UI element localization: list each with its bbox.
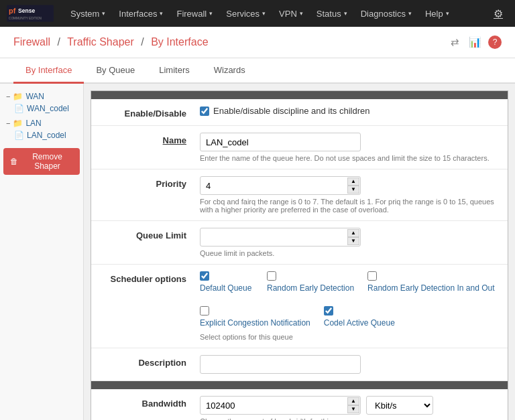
tree-item-wan-codel[interactable]: 📄 WAN_codel	[3, 102, 80, 115]
nav-system[interactable]: System ▾	[64, 0, 112, 27]
help-icon[interactable]: ?	[488, 36, 502, 49]
bandwidth-label: Bandwidth	[99, 396, 186, 409]
name-label: Name	[99, 133, 186, 145]
breadcrumb: Firewall / Traffic Shaper / By Interface	[13, 36, 209, 48]
queue-limit-label: Queue Limit	[99, 228, 186, 240]
chevron-down-icon: ▾	[446, 10, 449, 17]
sched-rio-checkbox[interactable]	[367, 271, 377, 281]
sched-codel-checkbox[interactable]	[324, 306, 333, 316]
scheduler-hint: Select options for this queue	[200, 333, 500, 341]
chevron-down-icon: ▾	[160, 10, 163, 17]
pfsense-logo-svg: pf Sense COMMUNITY EDITION	[7, 3, 54, 23]
bandwidth-wrap: ▲ ▼ Bit/s Kbit/s Mbit/s Gbit/s %	[200, 396, 500, 415]
nav-services[interactable]: Services ▾	[219, 0, 272, 27]
filter-icon[interactable]: ⇄	[448, 35, 462, 50]
chevron-down-icon: ▾	[300, 10, 303, 17]
breadcrumb-traffic-shaper[interactable]: Traffic Shaper	[67, 36, 134, 48]
breadcrumb-sep2: /	[141, 36, 144, 48]
nav-firewall[interactable]: Firewall ▾	[170, 0, 219, 27]
form-area: Enable/Disable Enable/disable discipline…	[91, 90, 508, 420]
tree-label-wan: WAN	[25, 92, 44, 101]
minus-icon: −	[6, 92, 10, 100]
name-input[interactable]	[200, 133, 361, 151]
page-header: Firewall / Traffic Shaper / By Interface…	[0, 27, 515, 58]
nav-status[interactable]: Status ▾	[310, 0, 354, 27]
enable-checkbox-label: Enable/disable discipline and its childr…	[213, 106, 369, 116]
description-control	[200, 355, 500, 374]
tree-label-lan-codel: LAN_codel	[27, 131, 66, 140]
tab-by-interface[interactable]: By Interface	[13, 58, 84, 84]
priority-up-button[interactable]: ▲	[347, 178, 359, 186]
tree-item-wan[interactable]: − 📁 WAN	[3, 90, 80, 102]
sched-ecn-checkbox[interactable]	[200, 306, 209, 316]
bandwidth-input[interactable]	[200, 396, 361, 415]
folder-icon-lan-codel: 📄	[14, 131, 24, 140]
nav-diagnostics[interactable]: Diagnostics ▾	[354, 0, 418, 27]
queue-limit-input[interactable]	[200, 228, 361, 247]
breadcrumb-firewall[interactable]: Firewall	[13, 36, 50, 48]
form-row-bandwidth: Bandwidth ▲ ▼ Bit/s Kbit/s Mbit/s Gb	[91, 389, 508, 420]
enable-label: Enable/Disable	[99, 106, 186, 119]
sched-default-queue-label: Default Queue	[200, 283, 251, 293]
priority-spinners: ▲ ▼	[347, 178, 359, 194]
sched-option-rio: Random Early Detection In and Out	[367, 271, 494, 293]
nav-right-icons: ⚙	[488, 7, 508, 20]
queue-limit-down-button[interactable]: ▼	[347, 237, 359, 245]
minus-icon-lan: −	[6, 119, 10, 127]
remove-shaper-button[interactable]: 🗑 Remove Shaper	[3, 148, 80, 175]
sched-default-queue-checkbox[interactable]	[200, 271, 209, 281]
name-control: Enter the name of the queue here. Do not…	[200, 133, 500, 162]
bandwidth-hint: Choose the amount of bandwidth for this …	[200, 417, 500, 420]
bandwidth-unit-select[interactable]: Bit/s Kbit/s Mbit/s Gbit/s %	[366, 396, 433, 415]
svg-text:Sense: Sense	[18, 7, 35, 14]
navbar: pf Sense COMMUNITY EDITION System ▾ Inte…	[0, 0, 515, 27]
form-row-enable: Enable/Disable Enable/disable discipline…	[91, 99, 508, 126]
bandwidth-control: ▲ ▼ Bit/s Kbit/s Mbit/s Gbit/s % Choose …	[200, 396, 500, 420]
description-input[interactable]	[200, 355, 361, 374]
sched-red-checkbox[interactable]	[267, 271, 276, 281]
form-row-priority: Priority ▲ ▼ For cbq and fairq the range…	[91, 169, 508, 221]
queue-limit-spinners: ▲ ▼	[347, 229, 359, 245]
form-section-separator	[91, 381, 508, 389]
queue-limit-up-button[interactable]: ▲	[347, 229, 359, 237]
folder-icon-wan-codel: 📄	[14, 104, 24, 113]
priority-label: Priority	[99, 176, 186, 189]
chevron-down-icon: ▾	[262, 10, 266, 17]
chevron-down-icon: ▾	[408, 10, 412, 17]
scheduler-label: Scheduler options	[99, 271, 186, 284]
form-section-header	[91, 91, 508, 99]
sidebar: − 📁 WAN 📄 WAN_codel − 📁 LAN 📄 LAN_codel …	[0, 84, 84, 420]
enable-checkbox[interactable]	[200, 107, 209, 116]
form-row-name: Name Enter the name of the queue here. D…	[91, 126, 508, 169]
nav-vpn[interactable]: VPN ▾	[272, 0, 310, 27]
tree-label-wan-codel: WAN_codel	[27, 104, 69, 113]
nav-menu: System ▾ Interfaces ▾ Firewall ▾ Service…	[64, 0, 488, 27]
tree-label-lan: LAN	[25, 119, 41, 128]
tree-item-lan[interactable]: − 📁 LAN	[3, 117, 80, 129]
tab-wizards[interactable]: Wizards	[202, 58, 258, 84]
name-hint: Enter the name of the queue here. Do not…	[200, 154, 500, 162]
svg-text:pf: pf	[9, 7, 16, 15]
chevron-down-icon: ▾	[209, 10, 213, 17]
bandwidth-num-wrap: ▲ ▼	[200, 396, 361, 415]
bandwidth-up-button[interactable]: ▲	[347, 397, 359, 405]
trash-icon: 🗑	[10, 157, 18, 166]
priority-input[interactable]	[200, 176, 361, 195]
main-layout: − 📁 WAN 📄 WAN_codel − 📁 LAN 📄 LAN_codel …	[0, 84, 515, 420]
priority-down-button[interactable]: ▼	[347, 186, 359, 194]
tab-limiters[interactable]: Limiters	[147, 58, 202, 84]
tab-by-queue[interactable]: By Queue	[84, 58, 147, 84]
nav-help[interactable]: Help ▾	[418, 0, 456, 27]
form-row-queue-limit: Queue Limit ▲ ▼ Queue limit in packets.	[91, 221, 508, 265]
form-row-description: Description	[91, 348, 508, 381]
settings-icon[interactable]: ⚙	[488, 5, 508, 23]
sched-codel-label: Codel Active Queue	[324, 318, 395, 328]
brand-logo: pf Sense COMMUNITY EDITION	[7, 3, 54, 23]
priority-hint: For cbq and fairq the range is 0 to 7. T…	[200, 198, 500, 214]
chart-icon[interactable]: 📊	[466, 35, 484, 50]
enable-control: Enable/disable discipline and its childr…	[200, 106, 500, 116]
nav-interfaces[interactable]: Interfaces ▾	[112, 0, 170, 27]
bandwidth-down-button[interactable]: ▼	[347, 405, 359, 413]
tree-item-lan-codel[interactable]: 📄 LAN_codel	[3, 129, 80, 141]
scheduler-grid: Default Queue Random Early Detection Ran…	[200, 271, 500, 328]
